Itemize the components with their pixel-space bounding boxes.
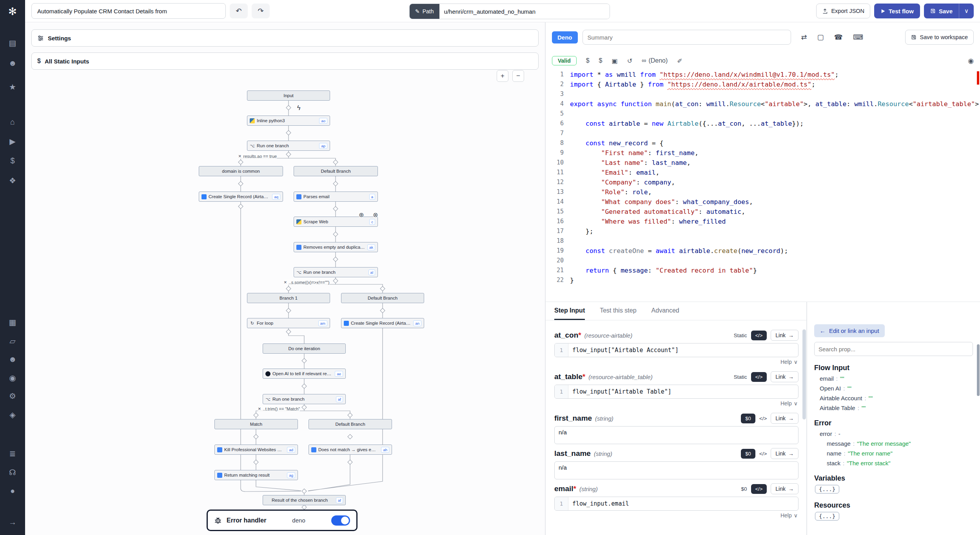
email-code-toggle[interactable]: </> [751,484,767,494]
first_name-link-button[interactable]: Link→ [771,413,799,424]
save-button[interactable]: Save [924,4,959,18]
flow-node-input[interactable]: Input [247,90,330,101]
flow-node-removes-empty-and-duplicates-ak[interactable]: Removes empty and duplicatesak [294,242,378,252]
help-link[interactable]: Help∨ [554,359,798,367]
prop-entry-open-ai[interactable]: Open AI:"" [814,385,973,392]
test-flow-button[interactable]: Test flow [874,4,920,18]
prop-entry-stack[interactable]: stack:"The error stack" [814,460,973,466]
flow-node-open-ai-to-tell-if-relevant-result-ae[interactable]: Open AI to tell if relevant resultae [263,369,346,379]
flow-node-domain-is-common[interactable]: domain is common [199,166,283,176]
flow-title-input[interactable] [31,3,226,19]
redo-button[interactable]: ↷ [252,4,270,18]
prop-entry-airtable-table[interactable]: Airtable Table:"" [814,405,973,411]
audit-eye-icon[interactable]: ◉ [0,372,25,384]
keyboard-icon[interactable]: ⌨ [853,33,863,42]
flow-node-run-one-branch-al[interactable]: ⌥Run one branchal [294,267,378,277]
language-badge[interactable]: Deno [552,31,578,43]
remove-condition-icon[interactable]: × [238,153,241,159]
flow-node-default-branch[interactable]: Default Branch [341,293,424,303]
save-to-workspace-button[interactable]: Save to workspace [905,30,974,45]
zoom-out-button[interactable]: − [512,70,524,82]
workers-icon[interactable]: ◈ [0,409,25,421]
braces-badge-resources[interactable]: {...} [815,512,839,521]
flow-node-inline-python3-ao[interactable]: Inline python3ao [247,116,330,126]
zoom-in-button[interactable]: + [497,70,508,82]
eye-icon[interactable]: ◉ [968,57,974,65]
flow-node-result-of-the-chosen-branch-af[interactable]: Result of the chosen branchaf [263,495,346,505]
inline-code-input[interactable]: 1flow_input["Airtable Table"] [554,385,799,399]
discord-icon[interactable]: ☊ [0,466,25,478]
flow-node-run-one-branch-af[interactable]: ⌥Run one branchaf [263,394,346,404]
error-handler-node[interactable]: Error handler deno [207,510,358,531]
prop-entry-message[interactable]: message:"The error message" [814,440,973,447]
inline-code-input[interactable]: 1flow_input["Airtable Account"] [554,343,799,357]
flow-node-default-branch[interactable]: Default Branch [294,166,378,176]
phone-icon[interactable]: ☎ [834,33,843,42]
at_con-static-toggle[interactable]: Static [734,333,747,338]
remove-step-icon[interactable]: ⊗ [373,212,378,218]
github-icon[interactable]: ● [0,485,25,497]
prop-search-input[interactable] [814,342,973,356]
insert-step-icon[interactable]: ⊕ [359,212,364,218]
remove-condition-icon[interactable]: × [284,279,287,285]
home-icon[interactable]: ⌂ [0,116,25,128]
first_name-static-toggle[interactable]: $0 [741,414,755,423]
prop-entry-email[interactable]: email:"" [814,375,973,382]
braces-badge-variables[interactable]: {...} [815,485,839,493]
error-handler-toggle[interactable] [331,515,350,526]
static-value-input[interactable]: n/a [554,461,799,479]
summary-input[interactable] [583,30,791,45]
flow-node-match[interactable]: Match [214,419,298,429]
tab-test-this-step[interactable]: Test this step [600,302,636,320]
variables-dollar-icon[interactable]: $ [0,155,25,166]
export-json-button[interactable]: Export JSON [816,4,870,18]
save-dropdown-button[interactable]: ∨ [959,4,974,18]
windmill-logo[interactable]: ✻ [0,5,25,17]
at_con-code-toggle[interactable]: </> [751,331,767,340]
user-icon[interactable]: ☻ [0,57,25,69]
flow-node-branch-1[interactable]: Branch 1 [247,293,330,303]
schedules-calendar-icon[interactable]: ▦ [0,316,25,328]
last_name-link-button[interactable]: Link→ [771,448,799,459]
edit-or-link-input-button[interactable]: ← Edit or link an input [814,324,885,337]
flow-node-create-single-record-airtable-an[interactable]: Create Single Record (Airtable)an [341,318,424,328]
help-link[interactable]: Help∨ [554,512,798,521]
path-input[interactable] [439,4,610,19]
flow-node-kill-professional-websites-mentions-ad[interactable]: Kill Professional Websites mentionsad [214,445,298,455]
at_table-link-button[interactable]: Link→ [771,371,799,382]
remove-condition-icon[interactable]: × [258,406,261,412]
scrollbar-thumb[interactable] [802,329,806,419]
clipboard-icon[interactable]: ▣ [612,57,618,65]
flow-node-does-not-match-gives-empty-value-ah[interactable]: Does not match → gives empty valueah [309,445,392,455]
format-brush-icon[interactable]: ✐ [677,57,682,65]
flow-settings-button[interactable]: Settings [31,29,539,47]
settings-gear-icon[interactable]: ⚙ [0,390,25,402]
resources-icon[interactable]: ❖ [0,175,25,186]
workspace-icon[interactable]: ▤ [0,37,25,49]
prop-entry-airtable-account[interactable]: Airtable Account:"" [814,395,973,401]
flow-node-default-branch[interactable]: Default Branch [309,419,392,429]
script-link-icon[interactable]: ∞(Deno) [642,57,668,64]
flow-node-return-matching-result-ag[interactable]: Return matching resultag [214,470,298,480]
inline-code-input[interactable]: 1flow_input.email [554,497,799,511]
flow-canvas[interactable]: InputInline python3ao⌥Run one branchapdo… [25,22,545,535]
flow-node-run-one-branch-ap[interactable]: ⌥Run one branchap [247,141,330,151]
flow-node-scrape-web-c[interactable]: Scrape Webc [294,217,378,227]
docs-book-icon[interactable]: ≣ [0,448,25,459]
static-value-input[interactable]: n/a [554,426,799,444]
at_con-link-button[interactable]: Link→ [771,330,799,341]
prop-entry-name[interactable]: name:"The error name" [814,450,973,457]
help-link[interactable]: Help∨ [554,400,798,409]
edit-path-button[interactable]: ✎ Path [410,4,439,19]
scrollbar-thumb[interactable] [977,344,980,396]
all-static-inputs-button[interactable]: $ All Static Inputs [31,52,539,70]
flow-node-parses-email-a[interactable]: Parses emaila [294,192,378,202]
runs-play-icon[interactable]: ▶ [0,136,25,147]
collapse-arrow-icon[interactable]: → [0,516,25,528]
tab-step-input[interactable]: Step Input [554,302,585,320]
flow-node-for-loop-am[interactable]: ↻For loopam [247,318,330,328]
resource-dollar-icon[interactable]: $ [599,57,603,64]
undo-button[interactable]: ↶ [230,4,248,18]
tab-advanced[interactable]: Advanced [652,302,679,320]
sync-arrows-icon[interactable]: ⇄ [801,33,807,42]
